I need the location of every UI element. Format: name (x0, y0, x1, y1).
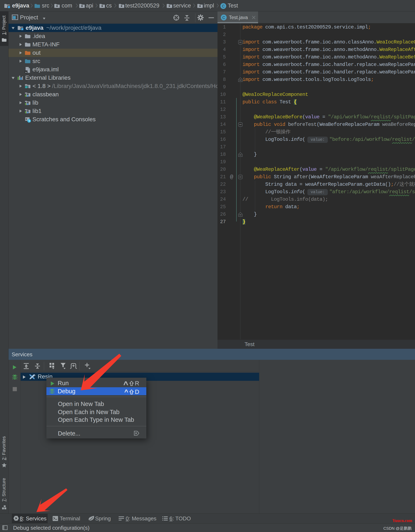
svg-text:C: C (222, 4, 225, 8)
